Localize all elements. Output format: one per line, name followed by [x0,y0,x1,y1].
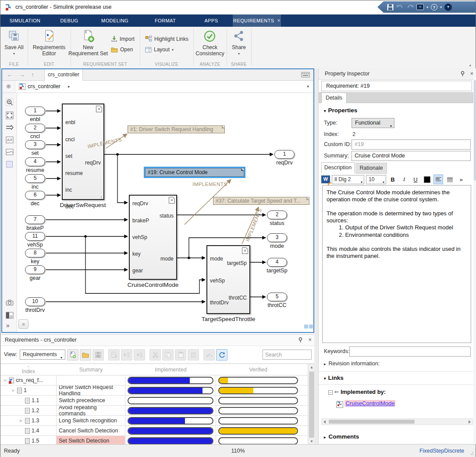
new-requirement-set-button[interactable]: NewRequirement Set [64,44,112,57]
column-header-verified[interactable]: Verified [216,364,300,375]
revision-information-section[interactable]: ▸Revision information: [319,361,476,367]
inport[interactable]: 3 [25,140,45,149]
refresh-button[interactable] [216,349,227,361]
scrollbar-thumb[interactable] [329,420,415,424]
view-dropdown[interactable]: Requirements ▾ [20,350,65,360]
save-all-dropdown-icon[interactable]: ▾ [2,52,26,56]
copy-button[interactable] [162,349,174,361]
align-left-button[interactable] [433,175,443,184]
tab-debug[interactable]: DEBUG [50,14,89,27]
scroll-left-icon[interactable] [323,420,326,424]
prompt-dropdown-icon[interactable]: ▾ [426,5,428,9]
model-canvas[interactable]: 1 enbl 2 cncl 3 set 4 resume 5 inc 6 dec… [17,93,313,332]
help-icon[interactable]: ? [431,4,437,11]
promote-requirement-button[interactable] [121,349,132,361]
redo-icon[interactable] [406,4,414,10]
align-justify-button[interactable] [445,175,455,184]
tab-rationale[interactable]: Rationale [355,163,387,174]
tab-details[interactable]: Details [321,93,347,103]
model-data-badge[interactable]: ≡ [18,319,28,329]
inport[interactable]: 7 [25,215,45,224]
column-header-index[interactable]: ^Index [0,364,57,375]
search-input[interactable] [263,350,312,360]
inport[interactable]: 2 [25,124,45,132]
close-panel-icon[interactable]: × [470,70,473,77]
outport[interactable]: 1 [274,150,295,159]
screenshot-icon[interactable] [6,300,14,306]
block-driver-sw-request[interactable]: ≡ enbl cncl set resume inc dec reqDrv ||… [62,104,104,200]
save-all-icon[interactable] [8,30,20,42]
check-consistency-button[interactable]: CheckConsistency [194,44,226,57]
font-color-swatch[interactable] [422,175,432,184]
help-dropdown-icon[interactable]: ▾ [440,5,442,9]
inport[interactable]: 9 [25,265,45,274]
minimize-ribbon-icon[interactable]: ▾ [444,4,452,11]
description-editor[interactable]: The Cruise Control Mode module determine… [322,185,471,343]
nav-up-icon[interactable]: ↑ [31,71,34,78]
collapse-ribbon-icon[interactable]: ▴ [469,63,471,67]
cut-button[interactable] [149,349,161,361]
verify-button[interactable] [203,349,215,361]
command-prompt-icon[interactable]: » [416,4,424,10]
column-header-implemented[interactable]: Implemented [125,364,216,375]
nav-back-icon[interactable]: ← [7,71,13,78]
delete-button[interactable] [188,349,199,361]
breadcrumb-model-name[interactable]: crs_controller [28,83,60,89]
breadcrumb-dropdown-icon[interactable]: ▾ [307,84,309,89]
table-row[interactable]: >crs_req_f... [0,375,315,386]
model-tab[interactable]: crs_controller [44,69,83,81]
demote-requirement-button[interactable] [134,349,145,361]
palette-more-icon[interactable]: » [6,322,10,329]
underline-button[interactable]: U [411,175,420,184]
tab-simulation[interactable]: SIMULATION [0,14,50,27]
collapse-links-icon[interactable]: − [328,390,333,395]
vertical-splitter[interactable] [314,68,318,444]
tab-requirements[interactable]: REQUIREMENTS × [233,14,281,27]
status-solver[interactable]: FixedStepDiscrete [419,448,464,454]
import-button[interactable]: Import [111,36,135,42]
new-requirement-set-small-button[interactable] [67,349,78,361]
layout-button[interactable]: Layout ▾ [145,46,174,53]
row-expander-icon[interactable]: > [11,388,15,393]
save-icon[interactable] [387,4,394,11]
row-expander-icon[interactable]: > [18,418,23,423]
share-button[interactable]: Share [227,44,251,50]
panel-scrollbar[interactable] [473,68,476,444]
save-all-button[interactable]: Save All [2,44,26,50]
links-section-header[interactable]: ▾Links [319,375,476,381]
custom-id-field[interactable]: #19 [352,139,471,150]
open-requirement-set-button[interactable] [80,349,91,361]
resize-grip[interactable] [470,452,474,455]
requirement-annotation-19[interactable]: #19: Cruise Control Mode [145,168,244,177]
inport[interactable]: 1 [25,107,45,115]
outport[interactable]: 2 [267,211,287,219]
type-dropdown[interactable]: Functional ▾ [352,118,394,128]
inport[interactable]: 4 [25,157,45,166]
requirement-badge-icon[interactable]: ≡ [96,106,102,112]
table-row[interactable]: >1Driver Switch Request Handling [0,386,315,396]
tab-close-icon[interactable]: × [277,18,281,24]
inport[interactable]: 5 [25,174,45,183]
requirement-badge-icon[interactable]: ≡ [169,197,175,204]
viewmarks-icon[interactable] [6,312,14,319]
block-cruise-control-mode[interactable]: ≡ reqDrv brakeP vehSp key gear status mo… [129,195,177,280]
check-consistency-icon[interactable] [204,30,216,42]
column-header-summary[interactable]: Summary [57,364,125,375]
signal-routing-icon[interactable] [6,125,14,131]
table-row[interactable]: 1.5Set Switch Detection [0,436,315,445]
highlight-links-button[interactable]: Highlight Links [145,36,188,42]
requirement-badge-icon[interactable]: ≡ [242,247,248,254]
outport[interactable]: 4 [267,258,287,267]
link-row[interactable]: CruiseControlMode [336,400,395,407]
keyboard-icon[interactable] [301,71,310,78]
pin-icon[interactable] [298,337,303,343]
inport[interactable]: 8 [25,249,45,257]
outport[interactable]: 5 [267,293,287,301]
image-tool-icon[interactable] [6,149,14,155]
pin-icon[interactable] [460,71,465,77]
table-row[interactable]: 1.4Cancel Switch Detection [0,426,315,436]
nav-forward-icon[interactable]: → [19,71,25,78]
properties-section-header[interactable]: ▾Properties [319,107,476,114]
open-button[interactable]: Open [111,46,133,53]
save-requirement-set-button[interactable] [92,349,104,361]
